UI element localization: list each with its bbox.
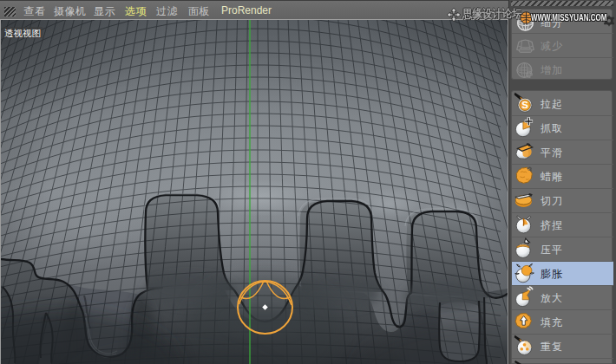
svg-text:S: S	[521, 100, 528, 110]
svg-text:透视视图: 透视视图	[4, 28, 41, 38]
